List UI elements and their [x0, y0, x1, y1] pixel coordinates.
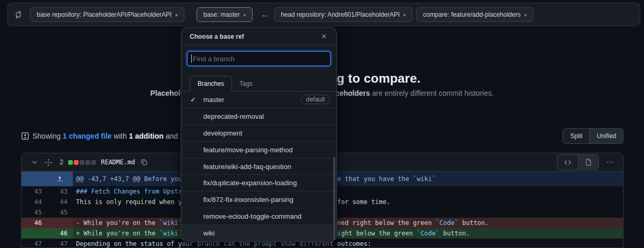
hunk-header-text: @@ -43,7 +43,7 @@ Before you open a new … [73, 172, 623, 186]
branch-item-master[interactable]: ✓ master default [181, 92, 336, 108]
view-source-button[interactable] [558, 155, 578, 170]
line-content [73, 207, 623, 218]
branch-name: fix/872-fix-inxonsisten-parsing [203, 196, 293, 204]
code-text: button. [440, 230, 470, 237]
branch-item[interactable]: development [181, 125, 336, 141]
compare-branch-button[interactable]: compare: feature/add-placeholders ▾ [416, 7, 533, 22]
scrollbar-thumb[interactable] [333, 157, 335, 242]
line-content: Depending on the status of your branch c… [73, 239, 623, 248]
base-repository-label: base repository: PlaceholderAPI/Placehol… [37, 11, 171, 18]
branch-item[interactable]: feature/move-parsing-method [181, 141, 336, 158]
base-repository-button[interactable]: base repository: PlaceholderAPI/Placehol… [30, 7, 184, 22]
compare-selector-bar: base repository: PlaceholderAPI/Placehol… [7, 3, 640, 26]
old-line-number: 43 [21, 186, 47, 197]
file-diff-icon [21, 132, 29, 140]
expand-hunk-button[interactable] [21, 172, 73, 186]
branch-item[interactable]: deprecated-removal [181, 108, 336, 125]
diff-stat-squares [68, 160, 96, 165]
branch-name: remove-ecloud-toggle-command [203, 212, 301, 220]
branch-item[interactable]: feature/wiki-add-faq-question [181, 158, 336, 175]
new-line-number: 46 [47, 228, 73, 239]
and-text: and [166, 132, 178, 140]
head-repository-button[interactable]: head repository: Andre601/PlaceholderAPI… [274, 7, 412, 22]
neutral-square-icon [80, 160, 84, 165]
old-line-number [21, 228, 47, 239]
old-line-number: 45 [21, 207, 47, 218]
compare-page: base repository: PlaceholderAPI/Placehol… [0, 0, 644, 248]
file-icon [585, 159, 592, 166]
branch-item-wiki[interactable]: wiki [181, 224, 336, 241]
split-view-button[interactable]: Split [563, 129, 589, 143]
neutral-square-icon [91, 160, 96, 165]
branch-list: ✓ master default deprecated-removal deve… [181, 92, 336, 241]
check-icon: ✓ [190, 96, 196, 104]
with-text: with [114, 132, 127, 140]
dropdown-header: Choose a base ref ✕ [181, 28, 336, 46]
deletion-square-icon [74, 160, 79, 165]
histories-text: are entirely different commit histories. [370, 89, 494, 97]
head-repository-label: head repository: Andre601/PlaceholderAPI [281, 11, 400, 18]
changed-file-link[interactable]: 1 changed file [63, 132, 112, 140]
source-rendered-toggle [557, 154, 599, 170]
diff-view-toggle: Split Unified [563, 128, 624, 144]
line-content: This is only required when your fork has… [73, 197, 623, 207]
chevron-down-icon: ▾ [175, 13, 178, 18]
tab-branches[interactable]: Branches [190, 76, 232, 92]
line-content: + While you're on the `wiki` branch, pre… [73, 228, 623, 239]
branch-name: master [203, 96, 224, 104]
diff-filename: README.md [101, 159, 135, 166]
code-span: `wiki` [159, 219, 182, 227]
collapse-chevron-icon[interactable] [31, 159, 38, 166]
branch-name: feature/wiki-add-faq-question [203, 163, 291, 171]
chevron-down-icon: ▾ [524, 13, 527, 18]
code-text: - While you're on the [76, 219, 159, 227]
chevron-down-icon: ▾ [403, 13, 406, 18]
copy-path-icon[interactable] [140, 159, 148, 166]
ref-type-tabs: Branches Tags [181, 73, 336, 92]
old-line-number: 46 [21, 218, 47, 228]
line-content: ### Fetch Changes from Upstream [73, 186, 623, 197]
new-line-number: 44 [47, 197, 73, 207]
branch-item[interactable]: fix/duplicate-expansion-loading [181, 174, 336, 191]
neutral-square-icon [85, 160, 90, 165]
git-compare-icon [14, 10, 23, 19]
old-line-number: 47 [21, 239, 47, 248]
chevron-down-icon: ▾ [243, 13, 246, 18]
compare-branch-label: compare: feature/add-placeholders [423, 11, 520, 18]
base-branch-button[interactable]: base: master ▾ [197, 7, 253, 22]
branch-name: deprecated-removal [203, 112, 264, 120]
code-span: `wiki` [159, 230, 182, 237]
code-text: ### Fetch Changes from Upstream [76, 188, 193, 195]
showing-text: Showing [32, 132, 61, 140]
file-header-actions: ⋯ [557, 154, 618, 170]
view-rendered-button[interactable] [578, 155, 598, 170]
text-cursor [191, 54, 192, 63]
new-line-number: 47 [47, 239, 73, 248]
old-line-number: 44 [21, 197, 47, 207]
base-ref-dropdown: Choose a base ref ✕ Branches Tags ✓ mast… [181, 27, 337, 242]
code-text: + While you're on the [76, 230, 159, 237]
find-branch-input[interactable] [187, 51, 331, 66]
code-text: button. [459, 219, 489, 227]
default-badge: default [301, 95, 330, 104]
branch-item[interactable]: fix/872-fix-inxonsisten-parsing [181, 191, 336, 208]
branch-name: fix/duplicate-expansion-loading [203, 179, 297, 187]
new-line-number: 43 [47, 186, 73, 197]
branch-name: wiki [203, 229, 215, 237]
changed-lines-count: 2 [60, 159, 63, 166]
branch-item[interactable]: remove-ecloud-toggle-command [181, 208, 336, 224]
close-icon[interactable]: ✕ [320, 31, 328, 41]
code-span: `Code` [417, 230, 439, 237]
file-options-kebab-icon[interactable]: ⋯ [603, 156, 618, 168]
unified-view-button[interactable]: Unified [590, 129, 623, 143]
expand-up-icon [56, 175, 63, 183]
branch-search-area [181, 46, 336, 73]
tab-tags[interactable]: Tags [232, 76, 260, 91]
code-span: `Code` [435, 219, 458, 227]
drag-handle-icon[interactable] [45, 159, 52, 166]
branch-name: development [203, 129, 242, 137]
branch-name: feature/move-parsing-method [203, 146, 293, 154]
dropdown-title: Choose a base ref [190, 33, 244, 40]
base-branch-label: base: master [203, 11, 239, 18]
new-line-number [47, 218, 73, 228]
